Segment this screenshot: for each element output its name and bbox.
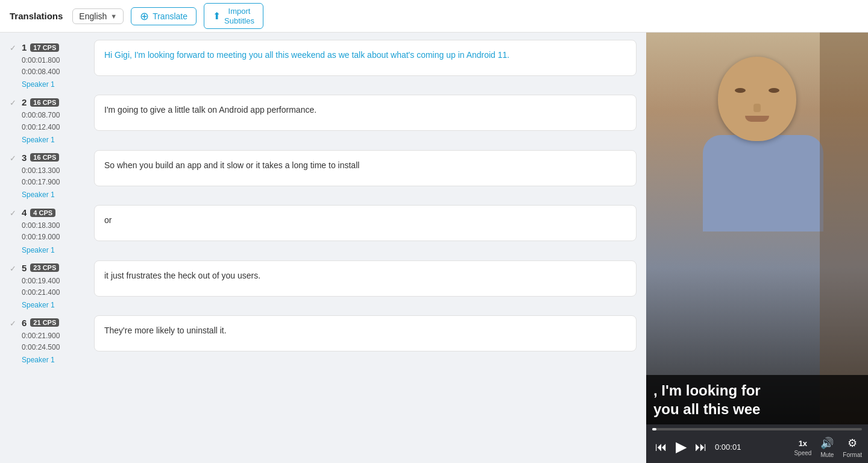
subtitle-meta: 3 16 CPS 0:00:13.300 0:00:17.900 Speaker… — [22, 150, 94, 199]
format-label: Format — [843, 452, 862, 458]
subtitle-text: They're more likely to uninstall it. — [104, 326, 227, 335]
subtitle-overlay-line2: you all this wee — [653, 400, 861, 418]
subtitle-content-box[interactable]: So when you build an app and it slow or … — [94, 150, 637, 186]
plus-circle-icon: ⊕ — [140, 11, 149, 22]
progress-fill — [652, 428, 656, 430]
speaker-link[interactable]: Speaker 1 — [22, 356, 88, 364]
speed-control[interactable]: 1x Speed — [794, 438, 811, 456]
subtitle-overlay: , I'm looking for you all this wee — [646, 375, 868, 424]
subtitle-time-in: 0:00:08.700 — [22, 110, 88, 121]
subtitle-content-box[interactable]: it just frustrates the heck out of you u… — [94, 260, 637, 297]
speaker-link[interactable]: Speaker 1 — [22, 246, 88, 254]
subtitle-number: 3 — [22, 153, 27, 163]
subtitle-number: 5 — [22, 263, 27, 273]
subtitle-row: ✓ 3 16 CPS 0:00:13.300 0:00:17.900 Speak… — [10, 150, 637, 199]
speed-value: 1x — [797, 438, 809, 449]
controls-row: ⏮ ▶ ⏭ 0:00:01 1x Speed 🔊 Mute ⚙ Format — [652, 435, 862, 458]
subtitle-content-box[interactable]: Hi Gigi, I'm looking forward to meeting … — [94, 40, 637, 76]
subtitle-panel[interactable]: ✓ 1 17 CPS 0:00:01.800 0:00:08.400 Speak… — [0, 33, 646, 463]
cps-badge: 17 CPS — [30, 43, 59, 52]
cps-badge: 4 CPS — [30, 209, 55, 217]
subtitle-time-in: 0:00:18.300 — [22, 220, 88, 232]
mute-button[interactable]: 🔊 — [819, 435, 835, 451]
subtitle-time-out: 0:00:19.000 — [22, 232, 88, 243]
format-control[interactable]: ⚙ Format — [843, 435, 862, 458]
checkmark-icon: ✓ — [10, 98, 18, 107]
language-value: English — [79, 11, 107, 21]
speaker-link[interactable]: Speaker 1 — [22, 136, 88, 144]
subtitle-meta: 2 16 CPS 0:00:08.700 0:00:12.400 Speaker… — [22, 95, 94, 143]
subtitle-row: ✓ 4 4 CPS 0:00:18.300 0:00:19.000 Speake… — [10, 205, 637, 254]
cps-badge: 23 CPS — [30, 263, 59, 272]
checkmark-icon: ✓ — [10, 43, 18, 52]
subtitle-time-out: 0:00:21.400 — [22, 287, 88, 298]
checkmark-icon: ✓ — [10, 154, 18, 163]
subtitle-time-in: 0:00:13.300 — [22, 165, 88, 177]
translate-button[interactable]: ⊕ Translate — [131, 7, 197, 25]
subtitle-text: So when you build an app and it slow or … — [104, 160, 359, 170]
subtitle-number: 2 — [22, 97, 27, 107]
format-button[interactable]: ⚙ — [846, 435, 859, 451]
main-layout: ✓ 1 17 CPS 0:00:01.800 0:00:08.400 Speak… — [0, 33, 868, 463]
checkmark-icon: ✓ — [10, 209, 18, 218]
video-panel: , I'm looking for you all this wee ⏮ ▶ ⏭… — [646, 33, 868, 463]
video-controls: ⏮ ▶ ⏭ 0:00:01 1x Speed 🔊 Mute ⚙ Format — [646, 424, 868, 463]
cps-badge: 21 CPS — [30, 318, 59, 327]
cps-badge: 16 CPS — [30, 98, 59, 107]
subtitle-meta: 1 17 CPS 0:00:01.800 0:00:08.400 Speaker… — [22, 40, 94, 89]
speaker-link[interactable]: Speaker 1 — [22, 301, 88, 309]
subtitle-content-box[interactable]: or — [94, 205, 637, 241]
checkmark-icon: ✓ — [10, 319, 18, 328]
subtitle-time-in: 0:00:01.800 — [22, 55, 88, 66]
subtitle-meta: 4 4 CPS 0:00:18.300 0:00:19.000 Speaker … — [22, 205, 94, 254]
play-button[interactable]: ▶ — [673, 437, 690, 456]
time-display: 0:00:01 — [715, 443, 741, 452]
subtitle-overlay-line1: , I'm looking for — [653, 381, 861, 400]
subtitle-number: 1 — [22, 42, 27, 52]
fast-forward-button[interactable]: ⏭ — [692, 439, 710, 455]
subtitle-content-box[interactable]: I'm going to give a little talk on Andro… — [94, 95, 637, 131]
mute-label: Mute — [820, 452, 834, 458]
subtitle-text: I'm going to give a little talk on Andro… — [104, 105, 316, 115]
subtitle-time-out: 0:00:12.400 — [22, 122, 88, 133]
speed-label: Speed — [794, 450, 811, 456]
subtitle-text: or — [104, 215, 112, 225]
chevron-down-icon: ▼ — [110, 13, 117, 20]
subtitle-meta: 6 21 CPS 0:00:21.900 0:00:24.500 Speaker… — [22, 315, 94, 364]
cps-badge: 16 CPS — [30, 153, 59, 162]
subtitle-content-box[interactable]: They're more likely to uninstall it. — [94, 315, 637, 351]
subtitle-time-out: 0:00:17.900 — [22, 177, 88, 188]
speaker-link[interactable]: Speaker 1 — [22, 80, 88, 89]
person-figure — [703, 57, 811, 177]
subtitle-time-in: 0:00:19.400 — [22, 276, 88, 287]
rewind-button[interactable]: ⏮ — [652, 439, 670, 455]
page-title: Translations — [10, 11, 63, 21]
subtitle-time-in: 0:00:21.900 — [22, 330, 88, 342]
subtitle-number: 4 — [22, 207, 27, 218]
subtitle-row: ✓ 5 23 CPS 0:00:19.400 0:00:21.400 Speak… — [10, 260, 637, 309]
subtitle-row: ✓ 2 16 CPS 0:00:08.700 0:00:12.400 Speak… — [10, 95, 637, 143]
mute-control[interactable]: 🔊 Mute — [819, 435, 835, 458]
topbar: Translations English ▼ ⊕ Translate ⬆ Imp… — [0, 0, 868, 33]
checkmark-icon: ✓ — [10, 264, 18, 273]
import-icon: ⬆ — [213, 10, 221, 22]
subtitle-row: ✓ 1 17 CPS 0:00:01.800 0:00:08.400 Speak… — [10, 40, 637, 89]
subtitle-meta: 5 23 CPS 0:00:19.400 0:00:21.400 Speaker… — [22, 260, 94, 309]
subtitle-number: 6 — [22, 318, 27, 328]
subtitle-time-out: 0:00:08.400 — [22, 66, 88, 78]
video-background — [646, 33, 868, 424]
subtitle-row: ✓ 6 21 CPS 0:00:21.900 0:00:24.500 Speak… — [10, 315, 637, 364]
import-subtitles-button[interactable]: ⬆ Import Subtitles — [204, 3, 263, 29]
subtitle-text: it just frustrates the heck out of you u… — [104, 271, 260, 280]
language-selector[interactable]: English ▼ — [72, 8, 124, 24]
video-area: , I'm looking for you all this wee — [646, 33, 868, 424]
subtitle-text: Hi Gigi, I'm looking forward to meeting … — [104, 50, 509, 60]
progress-track[interactable] — [652, 428, 862, 430]
speaker-link[interactable]: Speaker 1 — [22, 191, 88, 199]
subtitle-time-out: 0:00:24.500 — [22, 342, 88, 353]
